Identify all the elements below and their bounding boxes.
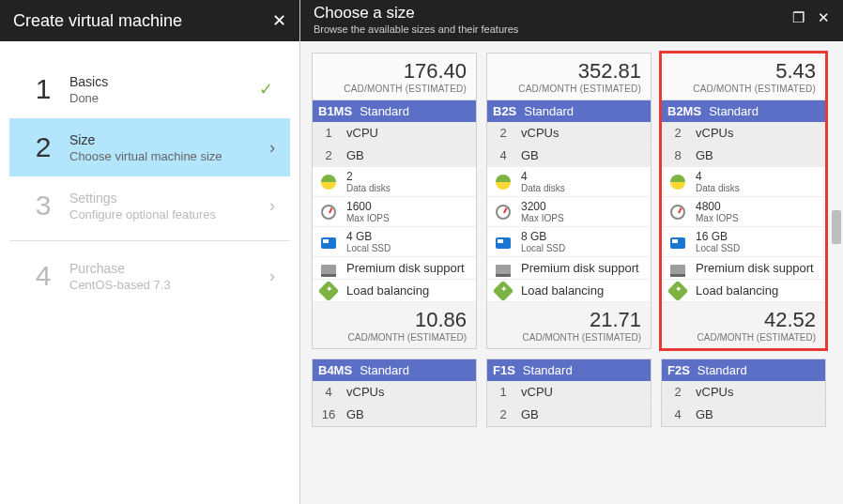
price-unit: CAD/MONTH (ESTIMATED)	[322, 332, 467, 343]
size-card-b1ms[interactable]: 176.40CAD/MONTH (ESTIMATED)B1MSStandard1…	[312, 53, 477, 349]
step-purchase[interactable]: 4 Purchase CentOS-based 7.3 ›	[9, 247, 290, 305]
spec-vcpu: 1vCPU	[313, 122, 476, 145]
ram-count: 2	[493, 407, 513, 421]
size-card-b4ms[interactable]: B4MSStandard4vCPUs16GB	[312, 359, 477, 427]
step-number: 1	[24, 73, 62, 105]
step-sublabel: Done	[69, 91, 259, 105]
disk-icon	[670, 175, 685, 190]
size-card-f2s[interactable]: F2SStandard2vCPUs4GB	[661, 359, 826, 427]
spec-load-balancing: Load balancing	[662, 280, 825, 302]
step-sublabel: Configure optional features	[69, 207, 269, 221]
price-value: 352.81	[497, 59, 641, 84]
panel-title: Choose a size	[314, 4, 518, 23]
spec-ssd: 4 GBLocal SSD	[313, 227, 476, 257]
load-balance-icon	[318, 280, 340, 301]
spec-iops: 3200Max IOPS	[487, 197, 651, 227]
price-unit: CAD/MONTH (ESTIMATED)	[671, 84, 816, 94]
hdd-icon	[321, 265, 336, 274]
load-balance-icon	[493, 280, 514, 301]
spec-datadisks: 2Data disks	[313, 167, 476, 197]
tier-label: Standard	[360, 363, 409, 377]
disk-icon	[496, 175, 511, 190]
card-top-price: 5.43CAD/MONTH (ESTIMATED)	[662, 53, 825, 100]
spec-vcpu: 1vCPU	[487, 381, 651, 404]
spec-ram: 8GB	[662, 145, 825, 167]
step-sublabel: CentOS-based 7.3	[69, 278, 269, 292]
ssd-icon	[670, 237, 685, 249]
vcpu-count: 1	[318, 126, 339, 140]
spec-vcpu: 2vCPUs	[487, 122, 651, 145]
card-header: B2SStandard	[487, 100, 651, 122]
size-card-b2ms[interactable]: 5.43CAD/MONTH (ESTIMATED)B2MSStandard2vC…	[661, 53, 826, 349]
spec-iops: 1600Max IOPS	[313, 197, 476, 227]
step-basics[interactable]: 1 Basics Done ✓	[9, 60, 290, 118]
vcpu-count: 2	[667, 385, 688, 399]
sku-label: B4MS	[318, 363, 352, 377]
price-unit: CAD/MONTH (ESTIMATED)	[497, 332, 641, 343]
wizard-title: Create virtual machine	[13, 11, 182, 31]
size-card-b2s[interactable]: 352.81CAD/MONTH (ESTIMATED)B2SStandard2v…	[486, 53, 651, 349]
spec-vcpu: 4vCPUs	[313, 381, 476, 404]
step-size[interactable]: 2 Size Choose virtual machine size ›	[9, 118, 290, 176]
spec-load-balancing: Load balancing	[313, 280, 476, 302]
size-grid: 176.40CAD/MONTH (ESTIMATED)B1MSStandard1…	[300, 41, 843, 504]
sku-label: B2S	[493, 104, 516, 118]
spec-ram: 4GB	[487, 145, 651, 167]
card-bottom-price: 10.86CAD/MONTH (ESTIMATED)	[313, 302, 476, 348]
wizard-steps: 1 Basics Done ✓ 2 Size Choose virtual ma…	[0, 41, 299, 324]
spec-vcpu: 2vCPUs	[662, 381, 825, 404]
sku-label: B1MS	[318, 104, 352, 118]
spec-vcpu: 2vCPUs	[662, 122, 825, 145]
tier-label: Standard	[523, 363, 573, 377]
price-value: 5.43	[671, 59, 816, 84]
price-unit: CAD/MONTH (ESTIMATED)	[671, 332, 816, 343]
card-bottom-price: 21.71CAD/MONTH (ESTIMATED)	[487, 302, 651, 348]
load-balance-icon	[667, 280, 689, 301]
restore-icon[interactable]: ❐	[792, 9, 805, 26]
price-unit: CAD/MONTH (ESTIMATED)	[322, 84, 467, 94]
vcpu-count: 2	[667, 126, 688, 140]
sku-label: B2MS	[667, 104, 701, 118]
card-header: F1SStandard	[487, 359, 651, 381]
price-value: 21.71	[497, 308, 641, 332]
scrollbar-thumb[interactable]	[832, 210, 841, 244]
size-card-f1s[interactable]: F1SStandard1vCPU2GB	[486, 359, 651, 427]
ssd-icon	[496, 237, 511, 249]
price-unit: CAD/MONTH (ESTIMATED)	[497, 84, 641, 94]
size-panel: Choose a size Browse the available sizes…	[300, 0, 843, 504]
vcpu-count: 2	[493, 126, 513, 140]
step-label: Purchase	[69, 261, 269, 276]
sku-label: F1S	[493, 363, 515, 377]
disk-icon	[321, 175, 336, 190]
spec-premium-disk: Premium disk support	[313, 257, 476, 280]
spec-iops: 4800Max IOPS	[662, 197, 825, 227]
price-value: 10.86	[322, 308, 467, 332]
step-label: Size	[69, 132, 269, 147]
spec-ram: 4GB	[662, 404, 825, 426]
step-number: 2	[24, 131, 62, 163]
ram-count: 4	[493, 148, 513, 162]
spec-premium-disk: Premium disk support	[662, 257, 825, 280]
chevron-right-icon: ›	[269, 138, 275, 158]
gauge-icon	[321, 205, 336, 220]
card-header: B4MSStandard	[313, 359, 476, 381]
card-bottom-price: 42.52CAD/MONTH (ESTIMATED)	[662, 302, 825, 348]
vcpu-count: 4	[318, 385, 339, 399]
ssd-icon	[321, 237, 336, 249]
ram-count: 4	[667, 407, 688, 421]
close-icon[interactable]: ✕	[272, 10, 286, 31]
close-icon[interactable]: ✕	[818, 9, 830, 26]
ram-count: 8	[667, 148, 688, 162]
spec-ssd: 16 GBLocal SSD	[662, 227, 825, 257]
wizard-panel: Create virtual machine ✕ 1 Basics Done ✓…	[0, 0, 300, 504]
spec-load-balancing: Load balancing	[487, 280, 651, 302]
card-header: F2SStandard	[662, 359, 825, 381]
spec-premium-disk: Premium disk support	[487, 257, 651, 280]
step-sublabel: Choose virtual machine size	[69, 149, 269, 163]
spec-datadisks: 4Data disks	[662, 167, 825, 197]
vcpu-count: 1	[493, 385, 513, 399]
step-settings[interactable]: 3 Settings Configure optional features ›	[9, 176, 290, 241]
ram-count: 2	[318, 148, 339, 162]
chevron-right-icon: ›	[269, 196, 275, 216]
hdd-icon	[496, 265, 511, 274]
